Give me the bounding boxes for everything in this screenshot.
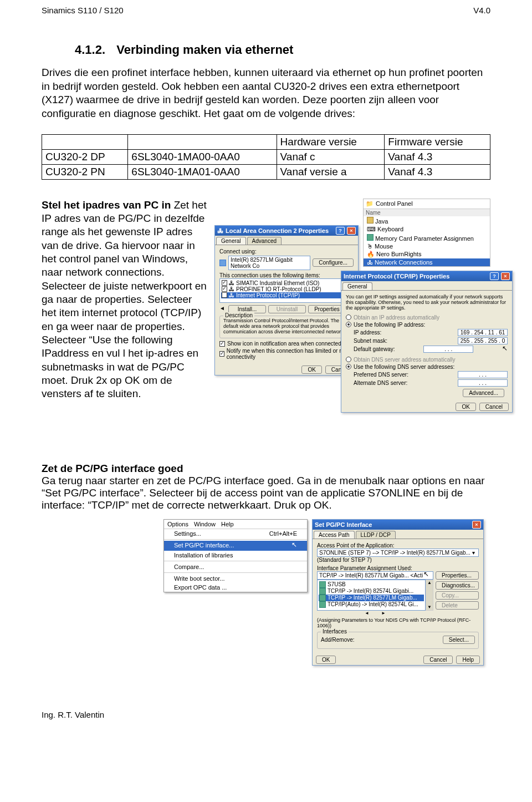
- menu-item[interactable]: Compare...: [164, 562, 307, 571]
- memory-icon: [367, 234, 374, 241]
- tab-advanced[interactable]: Advanced: [247, 237, 282, 245]
- menu-item[interactable]: Export OPC data ...: [164, 583, 307, 592]
- tab-general[interactable]: General: [342, 282, 372, 290]
- cancel-button[interactable]: Cancel: [423, 656, 453, 664]
- java-icon: [367, 217, 374, 224]
- mouse-icon: 🖱: [367, 243, 373, 250]
- th-blank2: [128, 134, 277, 149]
- checkbox-icon[interactable]: [222, 286, 227, 292]
- help-button[interactable]: ?: [490, 272, 499, 280]
- radio-manual-ip[interactable]: [346, 322, 351, 327]
- list-item[interactable]: Java: [364, 216, 490, 225]
- list-item[interactable]: Memory Card Parameter Assignmen: [364, 234, 490, 242]
- list-item[interactable]: 🖧 Network Connections: [364, 258, 490, 266]
- radio-auto-ip[interactable]: [346, 314, 351, 320]
- copy-button[interactable]: Copy...: [436, 591, 479, 600]
- properties-button[interactable]: Properties: [308, 305, 346, 313]
- breadcrumb: Control Panel: [376, 200, 413, 207]
- if-icon: [319, 588, 326, 595]
- tab-general[interactable]: General: [216, 237, 246, 245]
- header-right: V4.0: [473, 6, 490, 15]
- assigning-note: (Assigning Parameters to Your NDIS CPs w…: [317, 617, 479, 628]
- cp-col-name: Name: [364, 209, 490, 216]
- ip-instructions: Stel het ipadres van PC in Zet het IP ad…: [42, 199, 208, 401]
- alt-dns-input[interactable]: . . .: [458, 379, 508, 387]
- menu-help[interactable]: Help: [221, 521, 234, 527]
- cursor-icon: ↖: [502, 344, 508, 352]
- proto-icon: 🖧: [229, 292, 234, 298]
- help-button[interactable]: Help: [456, 656, 480, 664]
- close-icon[interactable]: ×: [472, 521, 481, 529]
- lan-icon: 🖧: [217, 227, 223, 234]
- ipau-label: Interface Parameter Assignment Used:: [317, 565, 479, 571]
- ok-button[interactable]: OK: [301, 366, 321, 374]
- access-point-select[interactable]: S7ONLINE (STEP 7) --> TCP/IP -> Intel(R)…: [317, 549, 479, 557]
- menu-window[interactable]: Window: [194, 521, 216, 527]
- pgpc-dialog: Set PG/PC Interface × Access Path LLDP /…: [312, 519, 484, 666]
- checkbox-icon[interactable]: [222, 292, 227, 298]
- section-number: 4.1.2.: [42, 43, 114, 57]
- list-item[interactable]: 🔥 Nero BurnRights: [364, 250, 490, 258]
- checkbox-icon[interactable]: [222, 280, 227, 286]
- select-button[interactable]: Select...: [443, 636, 475, 644]
- ipau-field[interactable]: TCP/IP -> Intel(R) 82577LM Gigab... <Act…: [317, 571, 433, 580]
- if-icon: [319, 581, 326, 588]
- ok-button[interactable]: OK: [316, 656, 336, 664]
- tab-access-path[interactable]: Access Path: [314, 531, 355, 539]
- table-row: CU320-2 DP 6SL3040-1MA00-0AA0 Vanaf c Va…: [42, 149, 490, 164]
- section-heading: 4.1.2. Verbinding maken via ethernet: [42, 43, 490, 57]
- uninstall-button[interactable]: Uninstall: [268, 305, 306, 313]
- tcpip-properties-window: Internet Protocol (TCP/IP) Properties ? …: [341, 271, 513, 413]
- close-icon[interactable]: ×: [501, 272, 510, 280]
- ip-input[interactable]: 169 . 254 . 11 . 61: [458, 329, 508, 336]
- cursor-icon: ↖: [423, 570, 429, 578]
- list-item[interactable]: ⌨ Keyboard: [364, 225, 490, 234]
- radio-auto-dns[interactable]: [346, 357, 351, 362]
- checkbox-icon[interactable]: [219, 341, 225, 347]
- menu-item[interactable]: Write boot sector...: [164, 574, 307, 583]
- advanced-button[interactable]: Advanced...: [463, 389, 504, 397]
- ok-button[interactable]: OK: [456, 403, 475, 411]
- items-label: This connection uses the following items…: [219, 272, 354, 278]
- tab-lldp[interactable]: LLDP / DCP: [356, 531, 396, 539]
- if-icon: [319, 595, 326, 601]
- help-button[interactable]: ?: [336, 227, 345, 235]
- close-icon[interactable]: ×: [347, 227, 356, 235]
- gateway-label: Default gateway:: [354, 346, 395, 352]
- gateway-input[interactable]: . . .: [423, 346, 473, 353]
- tcpip-title: Internet Protocol (TCP/IP) Properties: [344, 273, 449, 280]
- list-item[interactable]: 🖱 Mouse: [364, 242, 490, 250]
- network-icon: 🖧: [367, 259, 373, 266]
- menu-item[interactable]: Installation of libraries: [164, 551, 307, 560]
- interface-list[interactable]: S7USB TCP/IP -> Intel(R) 82574L Gigabi..…: [317, 580, 426, 611]
- props-button[interactable]: Properties...: [436, 571, 479, 580]
- pref-dns-input[interactable]: . . .: [458, 371, 508, 378]
- adapter-field: Intel(R) 82577LM Gigabit Network Co: [228, 256, 310, 270]
- th-firmware: Firmware versie: [385, 134, 490, 149]
- ip-label: IP address:: [354, 329, 381, 336]
- radio-manual-dns[interactable]: [346, 364, 351, 369]
- checkbox-icon[interactable]: [219, 351, 224, 357]
- menu-options[interactable]: Options: [167, 521, 188, 527]
- scrollbar[interactable]: ▲▼: [426, 580, 433, 611]
- cancel-button[interactable]: Cancel: [479, 403, 509, 411]
- description-group: Description Transmission Control Protoco…: [219, 316, 354, 339]
- addremove-label: Add/Remove:: [321, 637, 355, 643]
- footer: Ing. R.T. Valentin: [42, 710, 490, 719]
- configure-button[interactable]: Configure...: [313, 258, 354, 267]
- access-point-label: Access Point of the Application:: [317, 542, 479, 549]
- mask-input[interactable]: 255 . 255 . 255 . 0: [458, 337, 508, 344]
- alt-dns-label: Alternate DNS server:: [354, 380, 407, 386]
- delete-button[interactable]: Delete: [436, 601, 479, 610]
- mask-label: Subnet mask:: [354, 338, 387, 344]
- menu-item[interactable]: Settings...Ctrl+Alt+E: [164, 529, 307, 538]
- menu-item[interactable]: Set PG/PC interface...↖: [164, 541, 307, 551]
- diag-button[interactable]: Diagnostics...: [436, 581, 479, 590]
- table-row: CU320-2 PN 6SL3040-1MA01-0AA0 Vanaf vers…: [42, 164, 490, 179]
- drives-table: Hardware versie Firmware versie CU320-2 …: [42, 134, 490, 180]
- tcpip-blurb: You can get IP settings assigned automat…: [346, 294, 508, 311]
- if-icon: [319, 601, 326, 608]
- pgpc-subhead: Zet de PC/PG interface goed: [42, 463, 183, 474]
- connection-items-list[interactable]: 🖧 SIMATIC Industrial Ethernet (ISO) 🖧 PR…: [219, 278, 346, 303]
- ip-subhead: Stel het ipadres van PC in: [42, 199, 171, 211]
